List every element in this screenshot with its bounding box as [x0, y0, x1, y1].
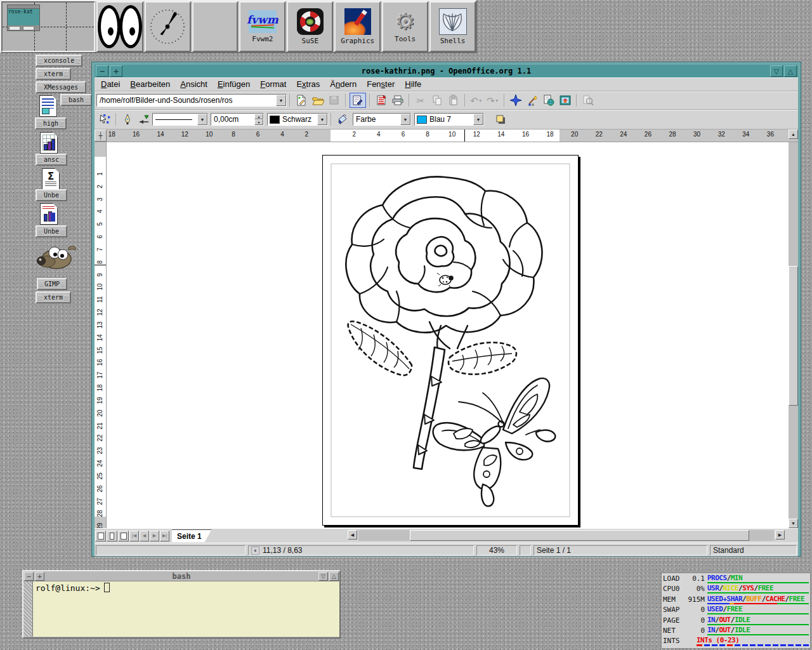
- menu-item[interactable]: Extras: [291, 78, 325, 90]
- open-button[interactable]: [310, 93, 325, 107]
- export-pdf-button[interactable]: [374, 93, 389, 107]
- line-width-spinner[interactable]: 0,00cm ▲ ▼: [211, 113, 264, 126]
- window-menu-button[interactable]: −: [96, 65, 108, 77]
- edit-points-icon[interactable]: [97, 112, 112, 126]
- status-zoom-field[interactable]: 43%: [476, 545, 517, 555]
- line-style-select[interactable]: ▼: [152, 113, 208, 126]
- redo-icon[interactable]: ↷▼: [485, 93, 501, 107]
- launcher-graphics[interactable]: Graphics: [334, 1, 381, 52]
- icon-label-xmessages[interactable]: XMessages: [36, 81, 86, 93]
- load-url-combobox[interactable]: /home/rolf/Bilder-und-Sounds/rosen/ros ▼: [96, 94, 287, 107]
- new-document-button[interactable]: [294, 93, 309, 107]
- line-color-name[interactable]: Schwarz: [280, 115, 317, 124]
- line-color-dropdown-button[interactable]: ▼: [317, 114, 327, 125]
- launcher-suse[interactable]: SuSE: [287, 1, 333, 52]
- icon-label-bash[interactable]: bash: [60, 94, 92, 106]
- empty-panel-slot[interactable]: [192, 1, 239, 52]
- url-text[interactable]: /home/rolf/Bilder-und-Sounds/rosen/ros: [97, 96, 276, 105]
- hscroll-right-button[interactable]: ▶: [775, 530, 785, 540]
- tab-nav-last-button[interactable]: ▶|: [160, 531, 169, 541]
- launcher-tools[interactable]: ⚙ Tools: [382, 1, 428, 52]
- line-pen-icon[interactable]: [120, 112, 135, 126]
- page-tab-seite1[interactable]: Seite 1: [172, 529, 212, 542]
- menu-item[interactable]: Format: [255, 78, 291, 90]
- gallery-icon[interactable]: [558, 93, 573, 107]
- icon-label-unbenannt2[interactable]: Unbe: [36, 225, 67, 237]
- tab-nav-prev-button[interactable]: ◀: [140, 531, 149, 541]
- clock-applet[interactable]: [145, 1, 191, 52]
- url-dropdown-button[interactable]: ▼: [276, 95, 286, 106]
- icon-label-xconsole[interactable]: xconsole: [36, 55, 82, 67]
- hscroll-left-button[interactable]: ◀: [348, 530, 357, 540]
- impress-document-icon[interactable]: [40, 203, 58, 225]
- fill-type-select[interactable]: Farbe ▼: [353, 113, 411, 126]
- icon-label-xterm[interactable]: xterm: [36, 68, 71, 80]
- icon-label-unbenannt1[interactable]: Unbe: [36, 189, 67, 201]
- status-page-field[interactable]: Seite 1 / 1: [534, 545, 707, 555]
- icon-label-gimp[interactable]: GIMP: [37, 278, 67, 290]
- xeyes-applet[interactable]: [96, 1, 143, 52]
- menu-item[interactable]: Ändern: [325, 78, 362, 90]
- tab-nav-next-button[interactable]: ▶: [150, 531, 159, 541]
- line-color-select[interactable]: Schwarz ▼: [267, 113, 328, 126]
- menu-item[interactable]: Hilfe: [400, 78, 426, 90]
- menu-item[interactable]: Datei: [96, 78, 125, 90]
- horizontal-ruler[interactable]: 18161412108642 2468101214161820222426283…: [107, 129, 789, 142]
- print-button[interactable]: [390, 93, 405, 107]
- cut-icon[interactable]: ✂: [413, 93, 428, 107]
- spin-up-button[interactable]: ▲: [254, 114, 263, 119]
- menu-item[interactable]: Einfügen: [213, 78, 255, 90]
- calc-document-icon[interactable]: [40, 132, 58, 154]
- icon-label-ansc[interactable]: ansc: [36, 154, 67, 166]
- fill-bucket-icon[interactable]: [335, 112, 350, 126]
- vertical-scrollbar[interactable]: ▼: [789, 142, 798, 528]
- vertical-ruler[interactable]: 1234567891011121314151617181920212223242…: [95, 142, 107, 528]
- terminal-titlebar[interactable]: − + bash ▽ △: [23, 571, 339, 581]
- menu-item[interactable]: Fenster: [362, 78, 400, 90]
- icon-label-xterm2[interactable]: xterm: [36, 291, 71, 303]
- window-maximize-button[interactable]: △: [784, 65, 797, 77]
- scroll-up-button[interactable]: ▲: [789, 129, 798, 139]
- fill-type-value[interactable]: Farbe: [353, 115, 400, 124]
- arrow-style-icon[interactable]: [136, 112, 152, 126]
- menu-item[interactable]: Bearbeiten: [125, 78, 175, 90]
- ruler-origin-button[interactable]: ┼: [95, 129, 107, 142]
- window-menu-button[interactable]: −: [24, 572, 34, 581]
- status-position-field[interactable]: 11,13 / 8,63: [248, 545, 474, 555]
- terminal-screen[interactable]: rolf@linux:~>: [33, 581, 339, 637]
- document-page[interactable]: [322, 155, 579, 526]
- tab-nav-first-button[interactable]: |◀: [129, 531, 139, 541]
- vertical-scrollbar-thumb[interactable]: [789, 266, 798, 406]
- zoom-icon[interactable]: [580, 93, 596, 107]
- scroll-down-button[interactable]: ▼: [789, 519, 798, 528]
- shadow-toggle-icon[interactable]: [493, 112, 508, 126]
- autopilot-icon[interactable]: [525, 93, 540, 107]
- menu-item[interactable]: Ansicht: [175, 78, 213, 90]
- fill-color-select[interactable]: Blau 7 ▼: [414, 113, 484, 126]
- math-document-icon[interactable]: Σ: [42, 168, 60, 190]
- window-maximize-button[interactable]: △: [329, 572, 339, 581]
- horizontal-scrollbar[interactable]: [358, 530, 774, 541]
- hyperlink-document-icon[interactable]: [541, 93, 556, 107]
- layer-mode-button-1[interactable]: [95, 531, 106, 541]
- fill-type-dropdown-button[interactable]: ▼: [400, 114, 410, 125]
- gimp-wilber-icon[interactable]: [36, 241, 77, 272]
- edit-file-button[interactable]: [350, 93, 366, 108]
- undo-icon[interactable]: ↶▼: [469, 93, 484, 107]
- horizontal-scrollbar-thumb[interactable]: [410, 530, 749, 541]
- fill-color-dropdown-button[interactable]: ▼: [473, 114, 483, 125]
- layer-mode-button-2[interactable]: [107, 531, 117, 541]
- pager-mini-window[interactable]: rose-kat: [7, 4, 40, 31]
- copy-icon[interactable]: [429, 93, 445, 107]
- save-button[interactable]: [327, 93, 342, 107]
- paste-icon[interactable]: [446, 93, 461, 107]
- navigator-icon[interactable]: [508, 93, 523, 107]
- drawing-canvas[interactable]: [107, 142, 789, 528]
- window-move-button[interactable]: +: [35, 572, 44, 581]
- window-shade-button[interactable]: ▽: [770, 65, 783, 77]
- layer-mode-button-3[interactable]: [118, 531, 129, 541]
- line-width-value[interactable]: 0,00cm: [211, 115, 254, 124]
- icon-label-high[interactable]: high: [35, 117, 67, 129]
- spin-down-button[interactable]: ▼: [254, 119, 263, 125]
- virtual-desktop-pager[interactable]: rose-kat: [1, 1, 95, 52]
